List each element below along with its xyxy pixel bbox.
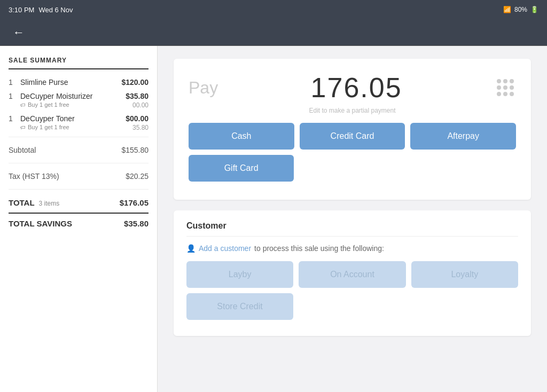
status-right: 📶 80% 🔋 [503,6,538,13]
list-item: 1 DeCuyper Toner 🏷 Buy 1 get 1 free $00.… [9,114,149,131]
tax-value: $20.25 [126,172,149,181]
item-price-1: $120.00 [121,78,149,87]
item-name-3: DeCuyper Toner [20,114,126,123]
right-panel: Pay 176.05 Edit to make a partial paymen… [158,46,547,392]
battery-display: 80% [514,6,527,13]
total-savings-label: TOTAL SAVINGS [9,219,72,228]
customer-buttons-row2: Store Credit [186,293,518,320]
divider [9,163,149,163]
gift-card-button[interactable]: Gift Card [189,155,294,182]
wifi-icon: 📶 [503,6,511,13]
item-qty-1: 1 [9,78,17,87]
subtotal-label: Subtotal [9,146,36,154]
person-icon: 👤 [186,244,196,253]
item-price-3: $00.00 [126,114,149,123]
customer-title: Customer [186,221,518,231]
payment-buttons-row2: Gift Card [189,155,516,182]
credit-card-button[interactable]: Credit Card [300,123,405,150]
customer-section: Customer 👤 Add a customer to process thi… [174,210,531,336]
battery-icon: 🔋 [530,6,538,13]
item-sub-price-2: 00.00 [126,101,149,109]
subtotal-row: Subtotal $155.80 [9,143,149,158]
loyalty-button: Loyalty [411,261,518,288]
total-row: TOTAL 3 items $176.05 [9,195,149,210]
total-savings-row: TOTAL SAVINGS $35.80 [9,213,149,231]
store-credit-button: Store Credit [186,293,293,320]
item-name-2: DeCuyper Moisturizer [20,92,126,100]
customer-prompt-suffix: to process this sale using the following… [254,244,384,253]
main-layout: SALE SUMMARY 1 Slimline Purse $120.00 1 … [0,46,547,392]
payment-buttons-row1: Cash Credit Card Afterpay [189,123,516,150]
item-details-1: Slimline Purse [20,78,121,87]
pay-header: Pay 176.05 [189,72,516,104]
list-item: 1 Slimline Purse $120.00 [9,78,149,87]
add-customer-link[interactable]: Add a customer [199,244,251,253]
cash-button[interactable]: Cash [189,123,294,150]
pay-amount: 176.05 [311,72,402,104]
date-display: Wed 6 Nov [38,6,73,14]
list-item: 1 DeCuyper Moisturizer 🏷 Buy 1 get 1 fre… [9,92,149,109]
total-value: $176.05 [120,198,149,207]
status-left: 3:10 PM Wed 6 Nov [9,6,73,14]
left-panel: SALE SUMMARY 1 Slimline Purse $120.00 1 … [0,46,158,392]
pay-hint: Edit to make a partial payment [189,107,516,114]
item-details-2: DeCuyper Moisturizer 🏷 Buy 1 get 1 free [20,92,126,108]
back-button[interactable]: ← [9,23,29,42]
sale-summary-title: SALE SUMMARY [9,57,149,69]
tax-row: Tax (HST 13%) $20.25 [9,169,149,184]
customer-buttons-row1: Layby On Account Loyalty [186,261,518,288]
layby-button: Layby [186,261,293,288]
item-sub-price-3: 35.80 [126,124,149,131]
item-details-3: DeCuyper Toner 🏷 Buy 1 get 1 free [20,114,126,130]
pay-label: Pay [189,78,218,98]
tag-icon: 🏷 [20,102,26,108]
total-savings-value: $35.80 [124,219,149,228]
item-qty-3: 1 [9,114,17,123]
customer-prompt: 👤 Add a customer to process this sale us… [186,244,518,253]
tag-icon: 🏷 [20,124,26,130]
total-items: 3 items [39,200,60,207]
item-badge-2: 🏷 Buy 1 get 1 free [20,101,126,108]
afterpay-button[interactable]: Afterpay [410,123,516,150]
divider [9,137,149,137]
tax-label: Tax (HST 13%) [9,172,59,181]
divider [9,189,149,190]
time-display: 3:10 PM [9,6,34,14]
pay-card: Pay 176.05 Edit to make a partial paymen… [174,59,531,200]
customer-divider [186,236,518,237]
item-name-1: Slimline Purse [20,78,121,87]
subtotal-value: $155.80 [121,146,149,154]
status-bar: 3:10 PM Wed 6 Nov 📶 80% 🔋 [0,0,547,19]
item-badge-3: 🏷 Buy 1 get 1 free [20,124,126,130]
keypad-icon[interactable] [495,77,516,98]
on-account-button: On Account [299,261,405,288]
item-price-2: $35.80 [126,92,149,100]
total-label: TOTAL 3 items [9,198,59,207]
nav-bar: ← [0,19,547,46]
item-qty-2: 1 [9,92,17,100]
